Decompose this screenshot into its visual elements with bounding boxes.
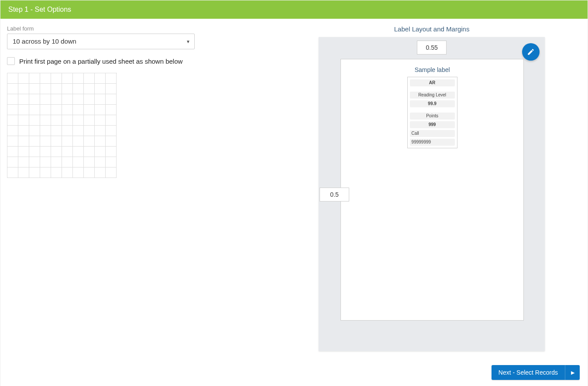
sheet-grid-cell[interactable] <box>84 136 95 147</box>
sheet-grid-cell[interactable] <box>29 84 40 94</box>
sheet-grid-cell[interactable] <box>40 136 51 147</box>
sheet-grid-cell[interactable] <box>51 167 62 178</box>
sheet-grid-cell[interactable] <box>84 94 95 105</box>
sheet-grid-cell[interactable] <box>51 157 62 167</box>
sheet-grid-cell[interactable] <box>40 115 51 126</box>
sheet-grid-cell[interactable] <box>95 167 106 178</box>
sheet-grid-cell[interactable] <box>18 136 29 147</box>
sheet-grid-cell[interactable] <box>95 73 106 84</box>
sheet-grid-cell[interactable] <box>73 126 84 136</box>
sheet-grid-cell[interactable] <box>106 157 117 167</box>
sheet-grid-cell[interactable] <box>62 136 73 147</box>
label-form-value[interactable]: 10 across by 10 down <box>7 34 195 49</box>
label-form-select[interactable]: 10 across by 10 down ▼ <box>7 34 195 49</box>
sheet-grid-cell[interactable] <box>18 167 29 178</box>
edit-layout-button[interactable] <box>522 43 540 61</box>
margin-left-input[interactable]: 0.5 <box>320 188 349 202</box>
sheet-grid-cell[interactable] <box>7 157 18 167</box>
sheet-grid-cell[interactable] <box>29 167 40 178</box>
sheet-grid-cell[interactable] <box>84 157 95 167</box>
sheet-grid-cell[interactable] <box>40 167 51 178</box>
sheet-grid-cell[interactable] <box>106 167 117 178</box>
sheet-grid-cell[interactable] <box>73 147 84 157</box>
sheet-grid-cell[interactable] <box>7 147 18 157</box>
sheet-grid-cell[interactable] <box>73 105 84 115</box>
sheet-grid-cell[interactable] <box>95 94 106 105</box>
sheet-grid-cell[interactable] <box>7 167 18 178</box>
sheet-grid-cell[interactable] <box>18 73 29 84</box>
sheet-grid-cell[interactable] <box>18 105 29 115</box>
sheet-grid-cell[interactable] <box>106 147 117 157</box>
sheet-grid-cell[interactable] <box>7 105 18 115</box>
sheet-grid-cell[interactable] <box>84 84 95 94</box>
sheet-grid-cell[interactable] <box>62 73 73 84</box>
sheet-grid-cell[interactable] <box>7 84 18 94</box>
sheet-grid-cell[interactable] <box>62 94 73 105</box>
sheet-grid-cell[interactable] <box>7 136 18 147</box>
sheet-grid-cell[interactable] <box>62 84 73 94</box>
sheet-grid-cell[interactable] <box>106 126 117 136</box>
sheet-grid-cell[interactable] <box>62 167 73 178</box>
sheet-grid-cell[interactable] <box>106 115 117 126</box>
sheet-grid-cell[interactable] <box>29 73 40 84</box>
sheet-grid[interactable] <box>7 73 117 178</box>
sheet-grid-cell[interactable] <box>73 136 84 147</box>
sheet-grid-cell[interactable] <box>73 167 84 178</box>
sheet-grid-cell[interactable] <box>18 147 29 157</box>
sheet-grid-cell[interactable] <box>51 73 62 84</box>
sheet-grid-cell[interactable] <box>73 84 84 94</box>
sheet-grid-cell[interactable] <box>95 126 106 136</box>
sheet-grid-cell[interactable] <box>51 105 62 115</box>
next-button[interactable]: Next - Select Records ▶ <box>492 365 580 380</box>
partial-sheet-checkbox[interactable] <box>7 57 15 65</box>
sheet-grid-cell[interactable] <box>62 105 73 115</box>
sheet-grid-cell[interactable] <box>40 94 51 105</box>
sheet-grid-cell[interactable] <box>7 115 18 126</box>
sheet-grid-cell[interactable] <box>7 126 18 136</box>
sheet-grid-cell[interactable] <box>84 167 95 178</box>
sheet-grid-cell[interactable] <box>18 126 29 136</box>
sheet-grid-cell[interactable] <box>84 115 95 126</box>
sheet-grid-cell[interactable] <box>51 126 62 136</box>
sheet-grid-cell[interactable] <box>29 126 40 136</box>
sheet-grid-cell[interactable] <box>106 94 117 105</box>
sheet-grid-cell[interactable] <box>73 94 84 105</box>
sheet-grid-cell[interactable] <box>40 84 51 94</box>
sheet-grid-cell[interactable] <box>73 73 84 84</box>
sheet-grid-cell[interactable] <box>62 147 73 157</box>
sheet-grid-cell[interactable] <box>51 115 62 126</box>
sheet-grid-cell[interactable] <box>106 73 117 84</box>
sheet-grid-cell[interactable] <box>84 147 95 157</box>
sheet-grid-cell[interactable] <box>40 105 51 115</box>
sheet-grid-cell[interactable] <box>106 136 117 147</box>
sheet-grid-cell[interactable] <box>29 157 40 167</box>
sheet-grid-cell[interactable] <box>84 105 95 115</box>
sheet-grid-cell[interactable] <box>40 147 51 157</box>
sheet-grid-cell[interactable] <box>40 126 51 136</box>
sheet-grid-cell[interactable] <box>95 105 106 115</box>
sheet-grid-cell[interactable] <box>95 84 106 94</box>
sheet-grid-cell[interactable] <box>51 94 62 105</box>
sheet-grid-cell[interactable] <box>73 157 84 167</box>
sheet-grid-cell[interactable] <box>18 115 29 126</box>
sheet-grid-cell[interactable] <box>18 157 29 167</box>
sheet-grid-cell[interactable] <box>51 84 62 94</box>
sheet-grid-cell[interactable] <box>106 105 117 115</box>
margin-top-input[interactable]: 0.55 <box>417 41 447 55</box>
sheet-grid-cell[interactable] <box>40 73 51 84</box>
sheet-grid-cell[interactable] <box>29 105 40 115</box>
sheet-grid-cell[interactable] <box>95 115 106 126</box>
sheet-grid-cell[interactable] <box>29 147 40 157</box>
sheet-grid-cell[interactable] <box>51 147 62 157</box>
sheet-grid-cell[interactable] <box>29 136 40 147</box>
sheet-grid-cell[interactable] <box>106 84 117 94</box>
sheet-grid-cell[interactable] <box>40 157 51 167</box>
sheet-grid-cell[interactable] <box>95 147 106 157</box>
sheet-grid-cell[interactable] <box>62 157 73 167</box>
sheet-grid-cell[interactable] <box>62 115 73 126</box>
sheet-grid-cell[interactable] <box>29 115 40 126</box>
sheet-grid-cell[interactable] <box>84 73 95 84</box>
sheet-grid-cell[interactable] <box>84 126 95 136</box>
sheet-grid-cell[interactable] <box>73 115 84 126</box>
sheet-grid-cell[interactable] <box>7 94 18 105</box>
